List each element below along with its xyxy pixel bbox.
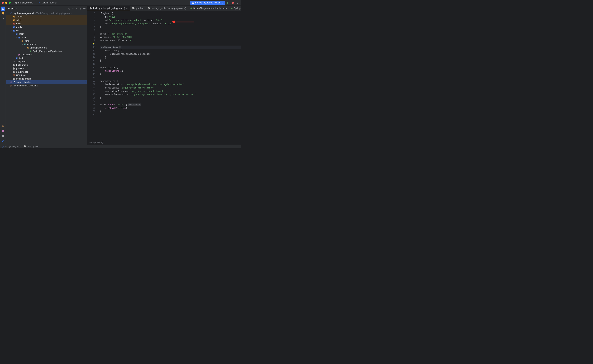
line-number[interactable]: 22 — [87, 83, 95, 86]
line-number[interactable]: 9 — [87, 39, 95, 42]
line-number[interactable]: 12 — [87, 49, 95, 52]
chevron-down-icon[interactable]: ⌵ — [18, 40, 21, 42]
line-number[interactable]: 28 — [87, 103, 95, 106]
breadcrumb-project[interactable]: spring-playground — [5, 145, 21, 148]
line-number[interactable]: 19 — [87, 73, 95, 76]
navigation-bar[interactable]: ▢ spring-playground › 🐘 build.gradle — [0, 145, 241, 148]
tree-folder-java[interactable]: ⌵▣java — [6, 36, 87, 39]
chevron-down-icon[interactable]: ⌵ — [13, 33, 15, 35]
code-line[interactable]: compileOnly { — [100, 49, 241, 52]
chevron-right-icon[interactable]: › — [15, 54, 18, 55]
code-line[interactable]: } — [100, 110, 241, 113]
tree-file-gitignore[interactable]: ◇.gitignore — [6, 60, 87, 63]
code-line[interactable]: configurations { — [100, 46, 241, 49]
maximize-window-button[interactable] — [9, 2, 11, 4]
line-number[interactable]: 23 — [87, 86, 95, 90]
line-number[interactable]: 1 — [87, 12, 95, 15]
code-line[interactable]: } — [100, 59, 241, 62]
editor-code[interactable]: plugins { id 'java' id 'org.springframew… — [97, 11, 241, 141]
code-line[interactable] — [100, 29, 241, 32]
tree-folder-gradle[interactable]: ›▣.gradle — [6, 15, 87, 18]
code-line[interactable]: } — [100, 96, 241, 100]
line-number[interactable]: 21 — [87, 79, 95, 83]
chevron-down-icon[interactable]: ⌄ — [15, 7, 17, 9]
tree-folder-idea[interactable]: ›▣.idea — [6, 18, 87, 22]
tree-folder-example[interactable]: ⌵▣example — [6, 42, 87, 46]
more-tools-button[interactable]: ⋯ — [1, 16, 5, 20]
code-line[interactable]: dependencies { — [100, 79, 241, 83]
editor-tab[interactable]: 🐘settings.gradle (spring-playground) — [146, 6, 188, 11]
tree-file-app-class[interactable]: ◉SpringPlaygroundApplication — [6, 49, 87, 53]
chevron-right-icon[interactable]: › — [8, 81, 10, 83]
line-number[interactable]: 31 — [87, 113, 95, 117]
line-number[interactable]: 26 — [87, 96, 95, 100]
code-line[interactable] — [100, 42, 241, 46]
vcs-menu[interactable]: Version control ⌄ — [37, 1, 60, 5]
code-line[interactable]: version = '0.0.1-SNAPSHOT' — [100, 35, 241, 39]
editor-tab[interactable]: 🐘build.gradle (spring-playground)✕ — [87, 6, 130, 11]
editor-body[interactable]: 1234567891011121314151617181920212223242… — [87, 11, 241, 141]
chevron-down-icon[interactable]: ⌵ — [8, 12, 10, 14]
code-line[interactable]: annotationProcessor 'org.projectlombok:l… — [100, 90, 241, 93]
chevron-down-icon[interactable]: ⌵ — [15, 36, 18, 38]
code-line[interactable]: } — [100, 56, 241, 59]
line-number[interactable]: 18 — [87, 69, 95, 73]
line-number[interactable]: 8 — [87, 35, 95, 39]
line-number[interactable]: 7 — [87, 32, 95, 36]
line-number[interactable]: 6 — [87, 29, 95, 32]
tree-root[interactable]: ⌵ ▢ spring-playground ~/Code/playground/… — [6, 11, 87, 15]
tree-folder-src[interactable]: ⌵▣src — [6, 29, 87, 32]
tree-folder-com[interactable]: ⌵▣com — [6, 39, 87, 42]
code-line[interactable]: } — [100, 25, 241, 29]
tree-folder-test[interactable]: ›▣test — [6, 56, 87, 60]
git-tool-button[interactable] — [1, 139, 5, 143]
breadcrumb-file[interactable]: build.gradle — [28, 145, 38, 148]
tree-folder-build[interactable]: ›▣build — [6, 22, 87, 25]
code-line[interactable] — [100, 113, 241, 117]
line-number[interactable]: 27 — [87, 99, 95, 103]
chevron-right-icon[interactable]: › — [10, 23, 13, 24]
line-number[interactable]: 14 — [87, 56, 95, 59]
tree-file-help-md[interactable]: ⓂHELP.md — [6, 73, 87, 77]
code-line[interactable]: group = 'com.example' — [100, 32, 241, 36]
tree-file-gradlew-bat[interactable]: 🐘gradlew.bat — [6, 70, 87, 73]
line-number[interactable]: 17 — [87, 66, 95, 69]
code-line[interactable]: id 'io.spring.dependency-management' ver… — [100, 22, 241, 25]
chevron-down-icon[interactable]: ⌵ — [24, 47, 26, 48]
line-number[interactable]: 5 — [87, 25, 95, 29]
code-line[interactable]: id 'java' — [100, 15, 241, 19]
line-number[interactable]: 25 — [87, 93, 95, 96]
code-line[interactable]: useJUnitPlatform() — [100, 106, 241, 110]
line-number[interactable]: 20 — [87, 76, 95, 79]
editor-tab[interactable]: ◉SpringApplication.java — [229, 6, 241, 11]
code-line[interactable]: implementation 'org.springframework.boot… — [100, 83, 241, 86]
chevron-right-icon[interactable]: › — [8, 85, 10, 86]
line-number[interactable]: 4 — [87, 22, 95, 25]
tree-folder-main[interactable]: ⌵▣main — [6, 32, 87, 36]
tree-file-build-gradle[interactable]: 🐘build.gradle — [6, 63, 87, 67]
tree-file-gradlew[interactable]: 🐘gradlew — [6, 67, 87, 70]
chevron-right-icon[interactable]: › — [10, 26, 13, 28]
project-tool-button[interactable] — [1, 6, 5, 11]
code-line[interactable]: mavenCentral() — [100, 69, 241, 73]
code-line[interactable]: testImplementation 'org.springframework.… — [100, 93, 241, 96]
tree-file-settings-gradle[interactable]: 🐘settings.gradle — [6, 77, 87, 80]
code-line[interactable]: compileOnly 'org.projectlombok:lombok' — [100, 86, 241, 90]
code-line[interactable]: repositories { — [100, 66, 241, 69]
line-number[interactable]: 16 — [87, 62, 95, 66]
project-menu[interactable]: spring-playground ⌄ — [14, 1, 37, 5]
code-line[interactable]: } — [100, 73, 241, 76]
tree-external-libraries[interactable]: ›▥External Libraries — [6, 80, 87, 84]
collapse-all-icon[interactable]: ⤡ — [76, 7, 78, 10]
code-line[interactable]: tasks.named('test') {Task it -> — [100, 103, 241, 106]
terminal-tool-button[interactable] — [1, 129, 5, 133]
chevron-down-icon[interactable]: ⌵ — [21, 43, 23, 45]
line-number[interactable]: 13 — [87, 52, 95, 56]
close-tab-icon[interactable]: ✕ — [126, 7, 128, 9]
code-line[interactable] — [100, 62, 241, 66]
code-line[interactable]: plugins { — [100, 12, 241, 15]
close-window-button[interactable] — [2, 2, 4, 4]
chevron-right-icon[interactable]: › — [10, 19, 13, 21]
editor-tab[interactable]: 🐘gradlew — [130, 6, 146, 11]
line-number[interactable]: 15 — [87, 59, 95, 62]
